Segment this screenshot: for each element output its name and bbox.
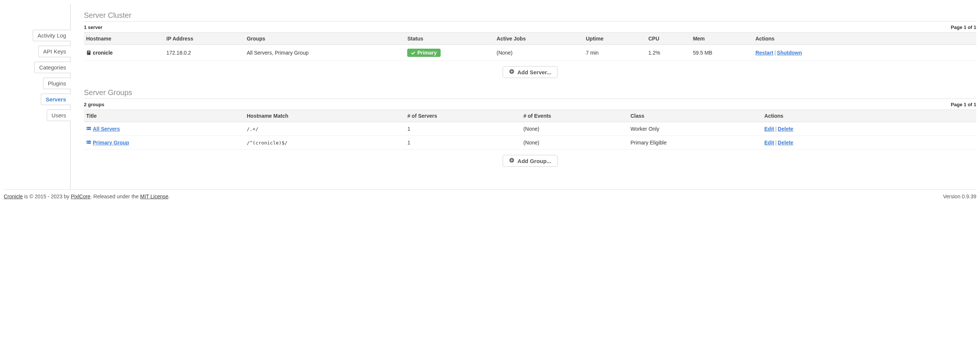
sidebar: Activity Log API Keys Categories Plugins… — [4, 4, 70, 189]
col-groups: Groups — [245, 33, 406, 45]
app-link[interactable]: Cronicle — [4, 194, 23, 199]
gcol-title: Title — [84, 110, 245, 122]
cluster-table: Hostname IP Address Groups Status Active… — [84, 32, 976, 61]
sidebar-item-api-keys[interactable]: API Keys — [38, 46, 70, 57]
mem: 59.5 MB — [691, 45, 753, 61]
footer: Cronicle is © 2015 - 2023 by PixlCore. R… — [4, 189, 976, 207]
gcol-match: Hostname Match — [245, 110, 406, 122]
section-title-cluster: Server Cluster — [84, 11, 976, 22]
num-servers: 1 — [405, 122, 521, 136]
cluster-count: 1 server — [84, 24, 102, 30]
version-label: Version 0.9.39 — [943, 194, 976, 199]
gcol-events: # of Events — [521, 110, 628, 122]
footer-text: is © 2015 - 2023 by — [23, 194, 70, 199]
add-group-button[interactable]: Add Group... — [503, 155, 558, 167]
uptime: 7 min — [584, 45, 646, 61]
delete-link[interactable]: Delete — [778, 126, 793, 132]
hostname: cronicle — [93, 50, 113, 56]
col-ip: IP Address — [164, 33, 244, 45]
hostname-match: /^(cronicle)$/ — [245, 136, 406, 150]
plus-circle-icon — [509, 158, 514, 164]
hostname-match: /.+/ — [245, 122, 406, 136]
groups-cell: All Servers, Primary Group — [245, 45, 406, 61]
edit-link[interactable]: Edit — [764, 126, 774, 132]
server-icon — [86, 50, 93, 56]
separator: | — [773, 50, 777, 56]
svg-point-14 — [87, 143, 88, 143]
check-icon — [411, 50, 415, 56]
svg-rect-17 — [511, 160, 513, 161]
svg-point-10 — [87, 129, 88, 130]
servers-icon — [86, 126, 93, 132]
svg-rect-1 — [88, 51, 90, 52]
table-row: All Servers /.+/ 1 (None) Worker Only Ed… — [84, 122, 976, 136]
gcol-servers: # of Servers — [405, 110, 521, 122]
pixlcore-link[interactable]: PixlCore — [71, 194, 91, 199]
restart-link[interactable]: Restart — [756, 50, 773, 56]
svg-rect-2 — [88, 52, 90, 53]
svg-point-13 — [87, 141, 88, 142]
groups-page: Page 1 of 1 — [951, 102, 976, 107]
footer-text: . Released under the — [91, 194, 140, 199]
cluster-page: Page 1 of 1 — [951, 24, 976, 30]
separator: | — [774, 126, 778, 132]
num-events: (None) — [521, 136, 628, 150]
add-server-button[interactable]: Add Server... — [503, 66, 558, 78]
group-link-primary-group[interactable]: Primary Group — [93, 140, 129, 146]
col-status: Status — [405, 33, 494, 45]
svg-rect-6 — [510, 71, 513, 72]
class-cell: Worker Only — [628, 122, 762, 136]
num-events: (None) — [521, 122, 628, 136]
group-link-all-servers[interactable]: All Servers — [93, 126, 120, 132]
plus-circle-icon — [509, 69, 514, 75]
col-jobs: Active Jobs — [495, 33, 584, 45]
servers-icon — [86, 140, 93, 146]
ip-address: 172.18.0.2 — [164, 45, 244, 61]
svg-point-9 — [87, 127, 88, 128]
sidebar-item-servers[interactable]: Servers — [41, 94, 70, 105]
col-actions: Actions — [753, 33, 976, 45]
groups-count: 2 groups — [84, 102, 104, 107]
cpu: 1.2% — [646, 45, 690, 61]
edit-link[interactable]: Edit — [764, 140, 774, 146]
num-servers: 1 — [405, 136, 521, 150]
status-badge: Primary — [407, 49, 440, 57]
main-content: Server Cluster 1 server Page 1 of 1 Host… — [70, 4, 976, 189]
footer-left: Cronicle is © 2015 - 2023 by PixlCore. R… — [4, 194, 170, 199]
col-mem: Mem — [691, 33, 753, 45]
col-uptime: Uptime — [584, 33, 646, 45]
sidebar-item-categories[interactable]: Categories — [34, 62, 70, 73]
delete-link[interactable]: Delete — [778, 140, 793, 146]
footer-text: . — [169, 194, 170, 199]
separator: | — [774, 140, 778, 146]
shutdown-link[interactable]: Shutdown — [777, 50, 802, 56]
status-text: Primary — [417, 50, 436, 56]
section-title-groups: Server Groups — [84, 88, 976, 99]
table-row: cronicle 172.18.0.2 All Servers, Primary… — [84, 45, 976, 61]
svg-point-3 — [88, 54, 88, 54]
col-hostname: Hostname — [84, 33, 164, 45]
active-jobs: (None) — [495, 45, 584, 61]
sidebar-item-users[interactable]: Users — [47, 110, 70, 121]
add-group-label: Add Group... — [517, 158, 551, 164]
class-cell: Primary Eligible — [628, 136, 762, 150]
gcol-class: Class — [628, 110, 762, 122]
add-server-label: Add Server... — [517, 69, 552, 75]
sidebar-item-activity-log[interactable]: Activity Log — [33, 30, 70, 41]
license-link[interactable]: MIT License — [140, 194, 169, 199]
col-cpu: CPU — [646, 33, 690, 45]
groups-table: Title Hostname Match # of Servers # of E… — [84, 110, 976, 150]
sidebar-item-plugins[interactable]: Plugins — [43, 78, 70, 89]
table-row: Primary Group /^(cronicle)$/ 1 (None) Pr… — [84, 136, 976, 150]
gcol-actions: Actions — [762, 110, 976, 122]
